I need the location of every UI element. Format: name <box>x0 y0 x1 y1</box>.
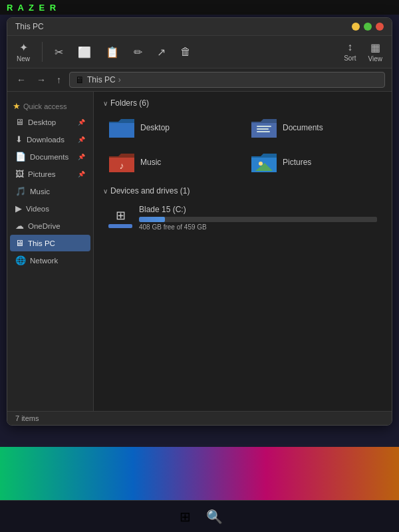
pin-icon-desktop: 📌 <box>78 119 85 126</box>
downloads-icon: ⬇ <box>15 134 23 144</box>
path-pc-icon: 🖥 <box>75 74 84 85</box>
delete-button[interactable]: 🗑 <box>178 45 194 59</box>
rename-button[interactable]: ✏ <box>131 45 145 60</box>
folder-item-documents[interactable]: Documents <box>245 113 382 142</box>
svg-point-12 <box>259 162 263 166</box>
documents-icon: 📄 <box>15 152 26 162</box>
documents-folder-label: Documents <box>283 123 323 132</box>
devices-section-header[interactable]: ∨ Devices and drives (1) <box>103 186 382 196</box>
desktop-folder-label: Desktop <box>140 123 170 132</box>
start-icon: ⊞ <box>180 509 191 525</box>
folders-section-header[interactable]: ∨ Folders (6) <box>103 98 382 108</box>
sidebar: ★ Quick access 🖥 Desktop 📌 ⬇ Downloads 📌… <box>7 92 94 411</box>
start-button[interactable]: ⊞ <box>173 505 197 529</box>
music-icon: 🎵 <box>15 186 26 196</box>
sidebar-label-pictures: Pictures <box>28 170 56 178</box>
sort-button[interactable]: ↕ Sort <box>341 40 358 64</box>
devices-chevron: ∨ <box>103 188 108 195</box>
sidebar-item-pictures[interactable]: 🖼 Pictures 📌 <box>10 166 90 182</box>
sidebar-item-documents[interactable]: 📄 Documents 📌 <box>10 148 90 165</box>
drive-info: Blade 15 (C:) 408 GB free of 459 GB <box>139 205 377 231</box>
razer-logo: R A Z E R <box>7 3 57 13</box>
main-area: ★ Quick access 🖥 Desktop 📌 ⬇ Downloads 📌… <box>7 92 392 411</box>
drive-space-text: 408 GB free of 459 GB <box>139 223 377 231</box>
view-button[interactable]: ▦ View <box>366 40 386 64</box>
razer-bar: R A Z E R <box>0 0 399 15</box>
paste-icon: 📋 <box>106 46 119 59</box>
svg-rect-6 <box>257 131 270 132</box>
folder-item-pictures[interactable]: Pictures <box>245 148 382 177</box>
pin-icon-pictures: 📌 <box>78 171 85 178</box>
quick-access-section[interactable]: ★ Quick access <box>7 97 93 113</box>
share-button[interactable]: ↗ <box>154 45 168 60</box>
path-thispc: This PC <box>87 75 116 84</box>
pictures-folder-label: Pictures <box>283 158 311 167</box>
explorer-window: This PC ✦ New ✂ ⬜ 📋 ✏ ↗ 🗑 <box>7 17 392 426</box>
share-icon: ↗ <box>157 46 166 59</box>
svg-rect-5 <box>257 128 269 130</box>
devices-section-label: Devices and drives (1) <box>110 186 190 196</box>
folder-item-desktop[interactable]: Desktop <box>103 113 240 142</box>
maximize-button[interactable] <box>364 23 372 31</box>
address-path[interactable]: 🖥 This PC › <box>69 72 385 88</box>
sidebar-label-network: Network <box>30 257 58 265</box>
paste-button[interactable]: 📋 <box>103 45 122 60</box>
svg-marker-1 <box>109 123 134 138</box>
music-folder-icon: ♪ <box>108 152 135 173</box>
sidebar-item-onedrive[interactable]: ☁ OneDrive <box>10 217 90 234</box>
rename-icon: ✏ <box>134 46 142 59</box>
svg-marker-3 <box>251 123 277 138</box>
toolbar-separator-1 <box>42 42 43 62</box>
view-icon: ▦ <box>370 41 380 54</box>
sidebar-item-music[interactable]: 🎵 Music <box>10 183 90 200</box>
pictures-folder-icon <box>251 152 277 173</box>
sidebar-label-music: Music <box>30 188 50 196</box>
documents-folder-icon <box>251 117 277 138</box>
rgb-gradient <box>0 447 399 500</box>
windows-logo-icon: ⊞ <box>116 208 126 223</box>
desktop-icon: 🖥 <box>15 117 24 127</box>
up-button[interactable]: ↑ <box>54 73 64 86</box>
forward-button[interactable]: → <box>34 73 49 86</box>
sidebar-label-desktop: Desktop <box>28 118 56 126</box>
sidebar-label-thispc: This PC <box>28 239 55 247</box>
drive-icon-container: ⊞ <box>108 208 132 228</box>
new-button[interactable]: ✦ New <box>14 40 33 64</box>
copy-button[interactable]: ⬜ <box>75 45 94 60</box>
sidebar-item-network[interactable]: 🌐 Network <box>10 252 90 269</box>
sidebar-label-documents: Documents <box>30 153 68 161</box>
svg-rect-4 <box>257 126 271 127</box>
cut-button[interactable]: ✂ <box>52 45 66 60</box>
path-separator: › <box>118 75 121 84</box>
delete-icon: 🗑 <box>180 46 191 58</box>
pin-icon-downloads: 📌 <box>78 136 85 143</box>
toolbar: ✦ New ✂ ⬜ 📋 ✏ ↗ 🗑 ↕ Sort ▦ V <box>7 36 392 68</box>
sidebar-item-thispc[interactable]: 🖥 This PC <box>10 235 90 251</box>
cut-icon: ✂ <box>55 46 63 59</box>
sidebar-item-desktop[interactable]: 🖥 Desktop 📌 <box>10 114 90 130</box>
search-button[interactable]: 🔍 <box>202 505 226 529</box>
minimize-button[interactable] <box>352 23 360 31</box>
drive-item-blade15[interactable]: ⊞ Blade 15 (C:) 408 GB free of 459 GB <box>103 201 382 235</box>
close-button[interactable] <box>376 23 384 31</box>
sidebar-item-videos[interactable]: ▶ Videos <box>10 200 90 217</box>
sidebar-label-downloads: Downloads <box>27 136 65 144</box>
sidebar-label-videos: Videos <box>26 205 49 213</box>
window-title: This PC <box>15 22 44 31</box>
back-button[interactable]: ← <box>14 73 29 86</box>
thispc-icon: 🖥 <box>15 238 24 248</box>
sort-icon: ↕ <box>347 41 352 53</box>
sidebar-item-downloads[interactable]: ⬇ Downloads 📌 <box>10 131 90 148</box>
sidebar-label-onedrive: OneDrive <box>28 222 61 230</box>
content-pane: ∨ Folders (6) Desktop <box>94 92 392 411</box>
svg-text:♪: ♪ <box>120 160 124 171</box>
window-controls <box>352 23 384 31</box>
music-folder-label: Music <box>140 158 161 167</box>
folder-item-music[interactable]: ♪ Music <box>103 148 240 177</box>
new-icon: ✦ <box>19 41 28 54</box>
drive-used-fill <box>139 217 165 222</box>
videos-icon: ▶ <box>15 203 22 213</box>
search-icon: 🔍 <box>206 509 223 525</box>
drive-name: Blade 15 (C:) <box>139 205 377 214</box>
star-icon: ★ <box>13 101 21 111</box>
